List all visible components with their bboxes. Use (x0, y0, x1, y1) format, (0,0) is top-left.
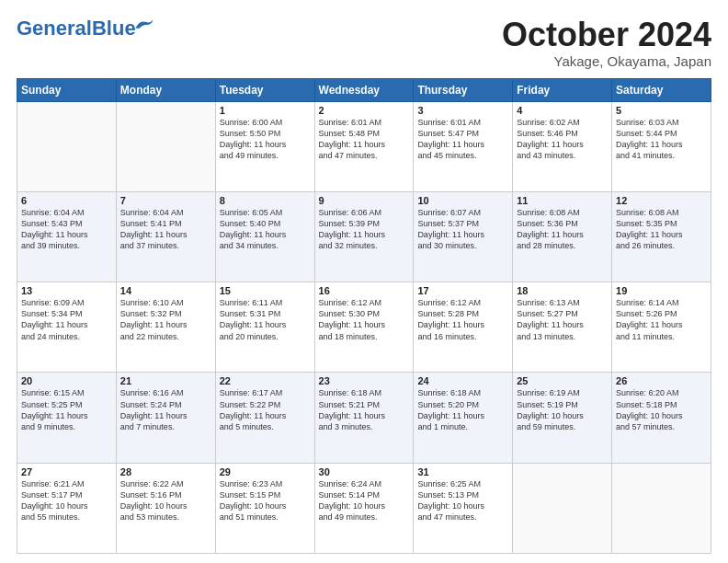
col-tuesday: Tuesday (215, 78, 314, 101)
table-row (513, 463, 612, 553)
table-row: 28Sunrise: 6:22 AM Sunset: 5:16 PM Dayli… (116, 463, 215, 553)
day-number: 15 (220, 285, 311, 296)
table-row: 3Sunrise: 6:01 AM Sunset: 5:47 PM Daylig… (414, 101, 513, 191)
day-info: Sunrise: 6:09 AM Sunset: 5:34 PM Dayligh… (21, 297, 112, 342)
table-row: 25Sunrise: 6:19 AM Sunset: 5:19 PM Dayli… (513, 373, 612, 463)
table-row (612, 463, 711, 553)
table-row: 4Sunrise: 6:02 AM Sunset: 5:46 PM Daylig… (513, 101, 612, 191)
table-row: 8Sunrise: 6:05 AM Sunset: 5:40 PM Daylig… (215, 191, 314, 282)
day-info: Sunrise: 6:05 AM Sunset: 5:40 PM Dayligh… (220, 207, 311, 252)
calendar-table: Sunday Monday Tuesday Wednesday Thursday… (17, 78, 711, 554)
calendar-week-row: 13Sunrise: 6:09 AM Sunset: 5:34 PM Dayli… (17, 282, 711, 373)
day-info: Sunrise: 6:01 AM Sunset: 5:48 PM Dayligh… (319, 117, 410, 162)
table-row: 12Sunrise: 6:08 AM Sunset: 5:35 PM Dayli… (612, 191, 711, 282)
calendar-week-row: 6Sunrise: 6:04 AM Sunset: 5:43 PM Daylig… (17, 191, 711, 282)
day-number: 1 (220, 105, 311, 116)
day-info: Sunrise: 6:06 AM Sunset: 5:39 PM Dayligh… (319, 207, 410, 252)
calendar-week-row: 27Sunrise: 6:21 AM Sunset: 5:17 PM Dayli… (17, 463, 711, 553)
day-info: Sunrise: 6:13 AM Sunset: 5:27 PM Dayligh… (517, 297, 608, 342)
day-info: Sunrise: 6:19 AM Sunset: 5:19 PM Dayligh… (517, 387, 608, 432)
day-info: Sunrise: 6:12 AM Sunset: 5:30 PM Dayligh… (319, 297, 410, 342)
day-info: Sunrise: 6:04 AM Sunset: 5:41 PM Dayligh… (120, 207, 211, 252)
location: Yakage, Okayama, Japan (502, 53, 711, 69)
logo-general: General (17, 17, 92, 40)
table-row: 31Sunrise: 6:25 AM Sunset: 5:13 PM Dayli… (414, 463, 513, 553)
day-number: 3 (417, 105, 508, 116)
day-number: 23 (319, 375, 410, 386)
day-number: 13 (21, 285, 112, 296)
table-row: 7Sunrise: 6:04 AM Sunset: 5:41 PM Daylig… (116, 191, 215, 282)
table-row: 2Sunrise: 6:01 AM Sunset: 5:48 PM Daylig… (314, 101, 414, 191)
day-number: 22 (220, 375, 311, 386)
day-info: Sunrise: 6:03 AM Sunset: 5:44 PM Dayligh… (616, 117, 707, 162)
table-row (17, 101, 117, 191)
col-thursday: Thursday (414, 78, 513, 101)
table-row: 24Sunrise: 6:18 AM Sunset: 5:20 PM Dayli… (414, 373, 513, 463)
calendar-week-row: 20Sunrise: 6:15 AM Sunset: 5:25 PM Dayli… (17, 373, 711, 463)
col-friday: Friday (513, 78, 612, 101)
day-info: Sunrise: 6:12 AM Sunset: 5:28 PM Dayligh… (417, 297, 508, 342)
day-number: 20 (21, 375, 112, 386)
table-row: 18Sunrise: 6:13 AM Sunset: 5:27 PM Dayli… (513, 282, 612, 373)
table-row: 21Sunrise: 6:16 AM Sunset: 5:24 PM Dayli… (116, 373, 215, 463)
table-row: 20Sunrise: 6:15 AM Sunset: 5:25 PM Dayli… (17, 373, 117, 463)
day-info: Sunrise: 6:22 AM Sunset: 5:16 PM Dayligh… (120, 478, 211, 523)
table-row: 6Sunrise: 6:04 AM Sunset: 5:43 PM Daylig… (17, 191, 117, 282)
table-row: 5Sunrise: 6:03 AM Sunset: 5:44 PM Daylig… (612, 101, 711, 191)
day-info: Sunrise: 6:16 AM Sunset: 5:24 PM Dayligh… (120, 387, 211, 432)
day-number: 7 (120, 195, 211, 206)
page: GeneralBlue October 2024 Yakage, Okayama… (0, 0, 728, 563)
day-number: 12 (616, 195, 707, 206)
day-info: Sunrise: 6:25 AM Sunset: 5:13 PM Dayligh… (417, 478, 508, 523)
table-row (116, 101, 215, 191)
day-number: 30 (319, 466, 410, 477)
day-number: 16 (319, 285, 410, 296)
day-number: 11 (517, 195, 608, 206)
day-number: 25 (517, 375, 608, 386)
day-number: 31 (417, 466, 508, 477)
day-number: 24 (417, 375, 508, 386)
col-sunday: Sunday (17, 78, 117, 101)
table-row: 16Sunrise: 6:12 AM Sunset: 5:30 PM Dayli… (314, 282, 414, 373)
day-number: 8 (220, 195, 311, 206)
day-number: 9 (319, 195, 410, 206)
day-info: Sunrise: 6:11 AM Sunset: 5:31 PM Dayligh… (220, 297, 311, 342)
table-row: 9Sunrise: 6:06 AM Sunset: 5:39 PM Daylig… (314, 191, 414, 282)
day-number: 26 (616, 375, 707, 386)
header: GeneralBlue October 2024 Yakage, Okayama… (17, 17, 711, 69)
day-info: Sunrise: 6:01 AM Sunset: 5:47 PM Dayligh… (417, 117, 508, 162)
day-info: Sunrise: 6:18 AM Sunset: 5:21 PM Dayligh… (319, 387, 410, 432)
table-row: 19Sunrise: 6:14 AM Sunset: 5:26 PM Dayli… (612, 282, 711, 373)
day-info: Sunrise: 6:23 AM Sunset: 5:15 PM Dayligh… (220, 478, 311, 523)
day-number: 21 (120, 375, 211, 386)
day-number: 4 (517, 105, 608, 116)
table-row: 29Sunrise: 6:23 AM Sunset: 5:15 PM Dayli… (215, 463, 314, 553)
day-number: 2 (319, 105, 410, 116)
day-info: Sunrise: 6:07 AM Sunset: 5:37 PM Dayligh… (417, 207, 508, 252)
logo-text: GeneralBlue (17, 17, 136, 40)
table-row: 30Sunrise: 6:24 AM Sunset: 5:14 PM Dayli… (314, 463, 414, 553)
month-title: October 2024 (502, 17, 711, 53)
table-row: 27Sunrise: 6:21 AM Sunset: 5:17 PM Dayli… (17, 463, 117, 553)
col-wednesday: Wednesday (314, 78, 414, 101)
day-info: Sunrise: 6:14 AM Sunset: 5:26 PM Dayligh… (616, 297, 707, 342)
table-row: 14Sunrise: 6:10 AM Sunset: 5:32 PM Dayli… (116, 282, 215, 373)
day-info: Sunrise: 6:18 AM Sunset: 5:20 PM Dayligh… (417, 387, 508, 432)
table-row: 17Sunrise: 6:12 AM Sunset: 5:28 PM Dayli… (414, 282, 513, 373)
calendar-header-row: Sunday Monday Tuesday Wednesday Thursday… (17, 78, 711, 101)
day-info: Sunrise: 6:15 AM Sunset: 5:25 PM Dayligh… (21, 387, 112, 432)
logo-blue: Blue (92, 17, 136, 40)
day-number: 28 (120, 466, 211, 477)
day-number: 6 (21, 195, 112, 206)
title-section: October 2024 Yakage, Okayama, Japan (502, 17, 711, 69)
day-number: 5 (616, 105, 707, 116)
day-info: Sunrise: 6:10 AM Sunset: 5:32 PM Dayligh… (120, 297, 211, 342)
day-number: 19 (616, 285, 707, 296)
day-info: Sunrise: 6:24 AM Sunset: 5:14 PM Dayligh… (319, 478, 410, 523)
table-row: 11Sunrise: 6:08 AM Sunset: 5:36 PM Dayli… (513, 191, 612, 282)
logo-bird-icon (134, 17, 154, 32)
table-row: 10Sunrise: 6:07 AM Sunset: 5:37 PM Dayli… (414, 191, 513, 282)
day-info: Sunrise: 6:20 AM Sunset: 5:18 PM Dayligh… (616, 387, 707, 432)
day-info: Sunrise: 6:02 AM Sunset: 5:46 PM Dayligh… (517, 117, 608, 162)
day-number: 27 (21, 466, 112, 477)
